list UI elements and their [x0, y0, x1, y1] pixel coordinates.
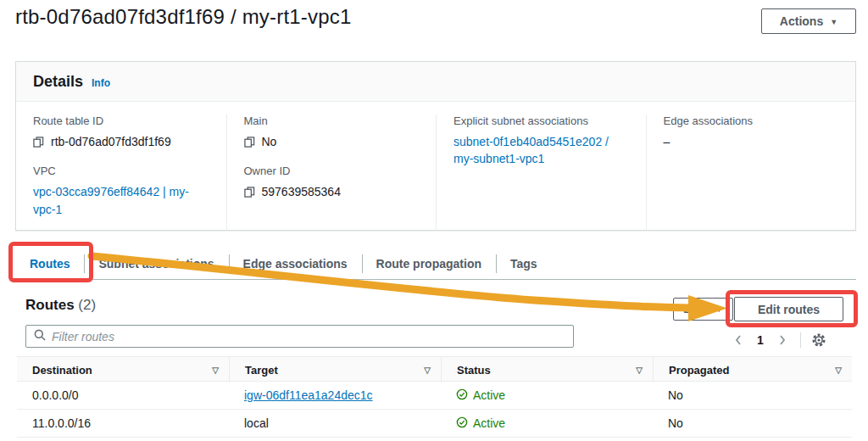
- field-edge-associations: Edge associations –: [664, 114, 839, 150]
- edit-routes-label: Edit routes: [758, 303, 820, 316]
- table-row: 0.0.0.0/0 igw-06df11ea1a24dec1c Active N…: [17, 382, 852, 410]
- column-header-propagated[interactable]: Propagated ▽: [653, 357, 852, 382]
- status-active-icon: [456, 388, 468, 403]
- field-main: Main No: [244, 114, 420, 150]
- field-label: Route table ID: [33, 114, 209, 127]
- tab-subnet-associations[interactable]: Subnet associations: [84, 248, 228, 280]
- details-column-3: Explicit subnet associations subnet-0f1e…: [436, 114, 646, 231]
- pagination: 1: [727, 330, 830, 350]
- filter-routes-field: [25, 325, 574, 348]
- copy-icon[interactable]: [244, 185, 255, 202]
- field-route-table-id: Route table ID rtb-0d76ad07fd3df1f69: [33, 114, 209, 150]
- details-heading: Details: [33, 73, 83, 91]
- main-value: No: [262, 133, 277, 150]
- next-page-icon[interactable]: [771, 330, 793, 350]
- tab-route-propagation[interactable]: Route propagation: [362, 248, 496, 280]
- details-column-4: Edge associations –: [646, 114, 856, 231]
- chevron-down-icon: ▼: [715, 306, 723, 314]
- details-card-body: Route table ID rtb-0d76ad07fd3df1f69 VPC…: [16, 102, 855, 231]
- tab-edge-associations[interactable]: Edge associations: [229, 248, 362, 280]
- routes-section-heading: Routes (2): [25, 297, 96, 314]
- routes-table: Destination ▽ Target ▽ Status ▽ Propagat…: [17, 356, 852, 438]
- field-label: VPC: [33, 165, 209, 177]
- field-label: Owner ID: [244, 165, 420, 177]
- both-filter-dropdown[interactable]: Both ▼: [673, 298, 733, 321]
- actions-button-label: Actions: [780, 14, 823, 28]
- edge-associations-value: –: [664, 133, 670, 150]
- edit-routes-button[interactable]: Edit routes: [734, 297, 843, 321]
- route-table-detail-page: rtb-0d76ad07fd3df1f69 / my-rt1-vpc1 Acti…: [0, 0, 868, 441]
- settings-gear-icon[interactable]: [808, 330, 830, 350]
- filter-routes-input[interactable]: [52, 330, 565, 343]
- field-label: Explicit subnet associations: [453, 114, 629, 127]
- search-icon: [34, 329, 46, 344]
- page-title: rtb-0d76ad07fd3df1f69 / my-rt1-vpc1: [15, 5, 352, 29]
- copy-icon[interactable]: [244, 135, 255, 152]
- details-card-header: Details Info: [16, 62, 855, 102]
- cell-status: Active: [473, 388, 505, 402]
- sort-icon[interactable]: ▽: [424, 366, 431, 375]
- actions-button[interactable]: Actions ▼: [761, 8, 856, 34]
- field-owner-id: Owner ID 597639585364: [244, 165, 420, 200]
- copy-icon[interactable]: [33, 135, 44, 152]
- cell-propagated: No: [653, 416, 852, 430]
- previous-page-icon[interactable]: [727, 330, 749, 350]
- details-column-2: Main No Owner ID 597639585364: [226, 114, 437, 231]
- target-link[interactable]: igw-06df11ea1a24dec1c: [244, 388, 373, 402]
- tab-bar: Routes Subnet associations Edge associat…: [15, 248, 552, 280]
- routes-count: (2): [78, 297, 96, 313]
- sort-icon[interactable]: ▽: [835, 366, 842, 375]
- table-header-row: Destination ▽ Target ▽ Status ▽ Propagat…: [17, 356, 852, 382]
- field-label: Edge associations: [664, 114, 839, 127]
- details-column-1: Route table ID rtb-0d76ad07fd3df1f69 VPC…: [16, 114, 226, 231]
- field-explicit-subnet-associations: Explicit subnet associations subnet-0f1e…: [453, 114, 629, 168]
- cell-destination: 11.0.0.0/16: [17, 416, 229, 430]
- cell-target: local: [229, 416, 441, 430]
- owner-id-value: 597639585364: [262, 183, 341, 200]
- vpc-link[interactable]: vpc-03cca9976eff84642 | my-vpc-1: [33, 183, 209, 218]
- routes-heading-text: Routes: [25, 297, 75, 313]
- column-header-status[interactable]: Status ▽: [441, 357, 653, 382]
- info-link[interactable]: Info: [92, 77, 110, 89]
- pagination-divider: [800, 332, 801, 348]
- column-header-destination[interactable]: Destination ▽: [17, 357, 229, 382]
- tab-routes[interactable]: Routes: [15, 248, 84, 280]
- column-header-target[interactable]: Target ▽: [229, 357, 441, 382]
- field-label: Main: [244, 114, 420, 127]
- details-card: Details Info Route table ID rtb-0d76ad07…: [15, 61, 856, 231]
- sort-icon[interactable]: ▽: [636, 366, 643, 375]
- page-number[interactable]: 1: [749, 333, 771, 347]
- subnet-association-link[interactable]: subnet-0f1eb40ad5451e202 / my-subnet1-vp…: [453, 133, 629, 168]
- both-dropdown-label: Both: [683, 303, 709, 315]
- sort-icon[interactable]: ▽: [212, 366, 219, 375]
- chevron-down-icon: ▼: [830, 19, 837, 26]
- cell-status: Active: [473, 416, 505, 430]
- table-body: 0.0.0.0/0 igw-06df11ea1a24dec1c Active N…: [17, 382, 852, 438]
- status-active-icon: [456, 416, 468, 431]
- field-vpc: VPC vpc-03cca9976eff84642 | my-vpc-1: [33, 165, 209, 218]
- table-row: 11.0.0.0/16 local Active No: [17, 410, 852, 438]
- cell-propagated: No: [653, 388, 852, 402]
- cell-destination: 0.0.0.0/0: [17, 388, 229, 402]
- route-table-id-value: rtb-0d76ad07fd3df1f69: [51, 133, 171, 150]
- tab-tags[interactable]: Tags: [496, 248, 552, 280]
